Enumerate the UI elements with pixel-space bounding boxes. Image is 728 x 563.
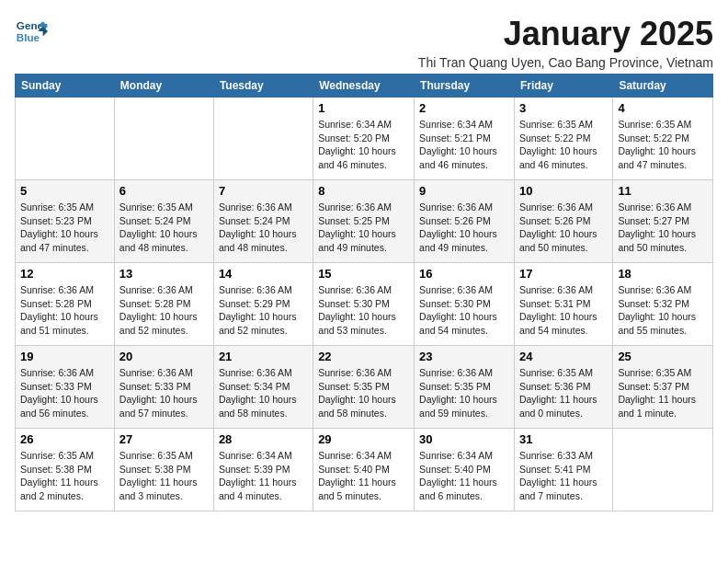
day-number: 14 [219,267,308,281]
calendar-subtitle: Thi Tran Quang Uyen, Cao Bang Province, … [418,55,713,70]
calendar-cell: 3Sunrise: 6:35 AM Sunset: 5:22 PM Daylig… [514,98,612,180]
calendar-cell [613,429,713,511]
calendar-cell: 15Sunrise: 6:36 AM Sunset: 5:30 PM Dayli… [313,263,415,346]
day-info: Sunrise: 6:35 AM Sunset: 5:22 PM Dayligh… [618,118,708,172]
week-row-3: 12Sunrise: 6:36 AM Sunset: 5:28 PM Dayli… [16,263,713,346]
calendar-cell: 28Sunrise: 6:34 AM Sunset: 5:39 PM Dayli… [213,429,313,511]
day-number: 30 [419,432,509,446]
day-info: Sunrise: 6:36 AM Sunset: 5:25 PM Dayligh… [318,201,409,255]
calendar-cell: 29Sunrise: 6:34 AM Sunset: 5:40 PM Dayli… [313,429,415,511]
day-info: Sunrise: 6:36 AM Sunset: 5:26 PM Dayligh… [419,201,509,255]
day-number: 31 [519,432,608,446]
calendar-cell: 27Sunrise: 6:35 AM Sunset: 5:38 PM Dayli… [114,429,213,511]
calendar-cell: 4Sunrise: 6:35 AM Sunset: 5:22 PM Daylig… [613,98,713,180]
calendar-title: January 2025 [418,15,713,53]
calendar-cell: 22Sunrise: 6:36 AM Sunset: 5:35 PM Dayli… [313,346,415,429]
day-info: Sunrise: 6:36 AM Sunset: 5:33 PM Dayligh… [119,366,209,420]
calendar-cell: 13Sunrise: 6:36 AM Sunset: 5:28 PM Dayli… [114,263,213,346]
day-number: 24 [519,350,608,363]
week-row-1: 1Sunrise: 6:34 AM Sunset: 5:20 PM Daylig… [16,98,713,180]
day-number: 8 [318,184,409,198]
calendar-cell: 16Sunrise: 6:36 AM Sunset: 5:30 PM Dayli… [415,263,515,346]
weekday-wednesday: Wednesday [313,75,415,98]
day-info: Sunrise: 6:35 AM Sunset: 5:38 PM Dayligh… [20,449,109,503]
logo: General Blue [15,15,48,48]
day-info: Sunrise: 6:36 AM Sunset: 5:29 PM Dayligh… [219,283,308,338]
day-number: 22 [318,350,409,363]
day-info: Sunrise: 6:34 AM Sunset: 5:39 PM Dayligh… [219,449,308,503]
calendar-cell: 10Sunrise: 6:36 AM Sunset: 5:26 PM Dayli… [514,180,612,263]
day-info: Sunrise: 6:36 AM Sunset: 5:31 PM Dayligh… [519,283,608,338]
page-header: General Blue January 2025 Thi Tran Quang… [15,15,713,70]
calendar-cell: 9Sunrise: 6:36 AM Sunset: 5:26 PM Daylig… [415,180,515,263]
calendar-cell [16,98,115,180]
day-info: Sunrise: 6:36 AM Sunset: 5:34 PM Dayligh… [219,366,308,420]
calendar-cell: 8Sunrise: 6:36 AM Sunset: 5:25 PM Daylig… [313,180,415,263]
day-info: Sunrise: 6:36 AM Sunset: 5:27 PM Dayligh… [618,201,708,255]
week-row-4: 19Sunrise: 6:36 AM Sunset: 5:33 PM Dayli… [16,346,713,429]
day-info: Sunrise: 6:34 AM Sunset: 5:40 PM Dayligh… [419,449,509,503]
day-info: Sunrise: 6:36 AM Sunset: 5:35 PM Dayligh… [419,366,509,420]
day-info: Sunrise: 6:35 AM Sunset: 5:37 PM Dayligh… [618,366,708,420]
calendar-cell [114,98,213,180]
calendar-cell: 5Sunrise: 6:35 AM Sunset: 5:23 PM Daylig… [16,180,115,263]
week-row-2: 5Sunrise: 6:35 AM Sunset: 5:23 PM Daylig… [16,180,713,263]
calendar-cell: 1Sunrise: 6:34 AM Sunset: 5:20 PM Daylig… [313,98,415,180]
day-number: 20 [119,350,209,363]
day-number: 28 [219,432,308,446]
day-info: Sunrise: 6:36 AM Sunset: 5:28 PM Dayligh… [119,283,209,338]
weekday-sunday: Sunday [16,75,115,98]
day-info: Sunrise: 6:33 AM Sunset: 5:41 PM Dayligh… [519,449,608,503]
calendar-cell: 31Sunrise: 6:33 AM Sunset: 5:41 PM Dayli… [514,429,612,511]
calendar-cell: 23Sunrise: 6:36 AM Sunset: 5:35 PM Dayli… [415,346,515,429]
day-info: Sunrise: 6:36 AM Sunset: 5:35 PM Dayligh… [318,366,409,420]
day-number: 16 [419,267,509,281]
calendar-cell: 2Sunrise: 6:34 AM Sunset: 5:21 PM Daylig… [415,98,515,180]
day-info: Sunrise: 6:36 AM Sunset: 5:32 PM Dayligh… [618,283,708,338]
day-number: 6 [119,184,209,198]
day-number: 3 [519,101,608,115]
calendar-cell: 18Sunrise: 6:36 AM Sunset: 5:32 PM Dayli… [613,263,713,346]
day-number: 2 [419,101,509,115]
day-info: Sunrise: 6:36 AM Sunset: 5:26 PM Dayligh… [519,201,608,255]
calendar-table: SundayMondayTuesdayWednesdayThursdayFrid… [15,74,713,511]
day-info: Sunrise: 6:34 AM Sunset: 5:40 PM Dayligh… [318,449,409,503]
svg-text:Blue: Blue [17,31,40,43]
day-number: 9 [419,184,509,198]
day-info: Sunrise: 6:35 AM Sunset: 5:22 PM Dayligh… [519,118,608,172]
day-info: Sunrise: 6:35 AM Sunset: 5:23 PM Dayligh… [20,201,109,255]
day-number: 27 [119,432,209,446]
day-number: 29 [318,432,409,446]
day-number: 12 [20,267,109,281]
weekday-thursday: Thursday [415,75,515,98]
day-number: 23 [419,350,509,363]
day-info: Sunrise: 6:35 AM Sunset: 5:24 PM Dayligh… [119,201,209,255]
day-number: 17 [519,267,608,281]
day-number: 18 [618,267,708,281]
day-number: 4 [618,101,708,115]
day-number: 5 [20,184,109,198]
calendar-cell: 30Sunrise: 6:34 AM Sunset: 5:40 PM Dayli… [415,429,515,511]
day-info: Sunrise: 6:36 AM Sunset: 5:24 PM Dayligh… [219,201,308,255]
calendar-cell: 11Sunrise: 6:36 AM Sunset: 5:27 PM Dayli… [613,180,713,263]
weekday-monday: Monday [114,75,213,98]
day-info: Sunrise: 6:36 AM Sunset: 5:30 PM Dayligh… [318,283,409,338]
day-info: Sunrise: 6:36 AM Sunset: 5:30 PM Dayligh… [419,283,509,338]
day-info: Sunrise: 6:34 AM Sunset: 5:21 PM Dayligh… [419,118,509,172]
calendar-cell: 26Sunrise: 6:35 AM Sunset: 5:38 PM Dayli… [16,429,115,511]
day-number: 13 [119,267,209,281]
title-block: January 2025 Thi Tran Quang Uyen, Cao Ba… [418,15,713,70]
calendar-cell: 21Sunrise: 6:36 AM Sunset: 5:34 PM Dayli… [213,346,313,429]
calendar-cell: 19Sunrise: 6:36 AM Sunset: 5:33 PM Dayli… [16,346,115,429]
day-info: Sunrise: 6:36 AM Sunset: 5:33 PM Dayligh… [20,366,109,420]
day-number: 26 [20,432,109,446]
day-number: 11 [618,184,708,198]
day-number: 10 [519,184,608,198]
week-row-5: 26Sunrise: 6:35 AM Sunset: 5:38 PM Dayli… [16,429,713,511]
weekday-saturday: Saturday [613,75,713,98]
day-info: Sunrise: 6:35 AM Sunset: 5:38 PM Dayligh… [119,449,209,503]
calendar-cell: 17Sunrise: 6:36 AM Sunset: 5:31 PM Dayli… [514,263,612,346]
day-number: 19 [20,350,109,363]
calendar-cell: 7Sunrise: 6:36 AM Sunset: 5:24 PM Daylig… [213,180,313,263]
calendar-cell: 20Sunrise: 6:36 AM Sunset: 5:33 PM Dayli… [114,346,213,429]
